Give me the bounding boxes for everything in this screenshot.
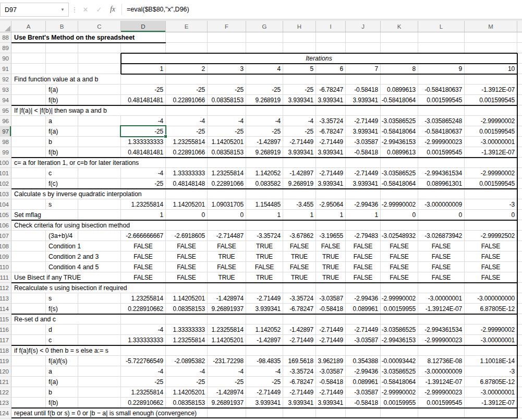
cell-overflow-123[interactable] bbox=[517, 398, 522, 407]
row-header-108[interactable]: 108 bbox=[0, 241, 11, 251]
cell-H98[interactable]: -2.71449 bbox=[283, 137, 316, 147]
cell-overflow-121[interactable] bbox=[517, 377, 522, 387]
row-header-107[interactable]: 107 bbox=[0, 231, 11, 241]
cell-H100[interactable] bbox=[283, 158, 316, 167]
cell-C117[interactable] bbox=[78, 335, 121, 345]
cell-L105[interactable]: 0 bbox=[418, 210, 465, 220]
cell-K88[interactable] bbox=[381, 32, 418, 42]
cell-M116[interactable]: -2.99990002 bbox=[465, 325, 517, 334]
row-header-116[interactable]: 116 bbox=[0, 325, 11, 334]
cell-C91[interactable] bbox=[78, 64, 121, 74]
cell-K89[interactable] bbox=[381, 43, 418, 53]
cell-D114[interactable]: 0.228910662 bbox=[121, 304, 166, 314]
cell-J116[interactable]: -2.71449 bbox=[346, 325, 381, 334]
cell-F97[interactable]: -25 bbox=[208, 126, 246, 136]
cell-A116[interactable] bbox=[11, 325, 46, 334]
cell-K111[interactable]: FALSE bbox=[381, 272, 418, 282]
cell-I97[interactable]: -6.78247 bbox=[316, 126, 346, 136]
cell-D115[interactable] bbox=[121, 314, 166, 324]
cell-I123[interactable]: 3.939341 bbox=[316, 398, 346, 407]
cell-A115[interactable]: Re-set d and c bbox=[11, 314, 121, 324]
cell-I91[interactable]: 6 bbox=[316, 64, 346, 74]
cell-D94[interactable]: 0.481481481 bbox=[121, 95, 166, 105]
cell-M100[interactable] bbox=[465, 158, 517, 167]
cell-K96[interactable]: -3.03586525 bbox=[381, 116, 418, 126]
cell-M123[interactable]: -1.3912E-07 bbox=[465, 398, 517, 407]
cell-K107[interactable]: -3.02548932 bbox=[381, 231, 418, 241]
cell-D108[interactable]: FALSE bbox=[121, 241, 166, 251]
cell-B94[interactable]: f(b) bbox=[46, 95, 78, 105]
cell-E103[interactable] bbox=[166, 189, 208, 199]
cell-G92[interactable] bbox=[246, 74, 283, 84]
cell-I122[interactable]: -2.71449 bbox=[316, 387, 346, 397]
cell-K106[interactable] bbox=[381, 220, 418, 230]
cell-K101[interactable]: -3.03586525 bbox=[381, 168, 418, 178]
cell-L119[interactable]: 8.12736E-08 bbox=[418, 356, 465, 366]
column-header-L[interactable]: L bbox=[418, 21, 465, 32]
cell-F111[interactable]: TRUE bbox=[208, 272, 246, 282]
cell-F102[interactable]: 0.22891066 bbox=[208, 178, 246, 188]
cell-H94[interactable]: 3.939341 bbox=[283, 95, 316, 105]
cell-B110[interactable]: Condition 4 and 5 bbox=[46, 262, 121, 272]
column-header-H[interactable]: H bbox=[283, 21, 316, 32]
cell-M112[interactable] bbox=[465, 283, 517, 293]
cell-E88[interactable] bbox=[166, 32, 208, 42]
cell-D104[interactable]: 1.23255814 bbox=[121, 199, 166, 209]
cell-H102[interactable]: 9.268919 bbox=[283, 178, 316, 188]
cell-J98[interactable]: -3.03587 bbox=[346, 137, 381, 147]
cell-M98[interactable]: -3.00000001 bbox=[465, 137, 517, 147]
cell-C89[interactable] bbox=[78, 43, 121, 53]
cancel-icon[interactable]: ✕ bbox=[79, 6, 92, 14]
cell-J99[interactable]: -0.58418 bbox=[346, 147, 381, 157]
cell-M115[interactable] bbox=[465, 314, 517, 324]
cell-overflow-88[interactable] bbox=[517, 32, 522, 42]
cell-overflow-94[interactable] bbox=[517, 95, 522, 105]
cell-I108[interactable]: FALSE bbox=[316, 241, 346, 251]
cell-C107[interactable] bbox=[78, 231, 121, 241]
cell-B114[interactable]: f(s) bbox=[46, 304, 78, 314]
cell-G99[interactable]: 9.268919 bbox=[246, 147, 283, 157]
row-header-101[interactable]: 101 bbox=[0, 168, 11, 178]
row-header-89[interactable]: 89 bbox=[0, 43, 11, 53]
cell-A108[interactable] bbox=[11, 241, 46, 251]
cell-C120[interactable] bbox=[78, 366, 121, 376]
cell-D93[interactable]: -25 bbox=[121, 85, 166, 94]
cell-K114[interactable]: 0.00159955 bbox=[381, 304, 418, 314]
cell-E104[interactable]: 1.14205201 bbox=[166, 199, 208, 209]
cell-B122[interactable]: b bbox=[46, 387, 78, 397]
cell-K98[interactable]: -2.99436153 bbox=[381, 137, 418, 147]
cell-G109[interactable]: TRUE bbox=[246, 251, 283, 261]
cell-E101[interactable]: 1.33333333 bbox=[166, 168, 208, 178]
cell-B113[interactable]: s bbox=[46, 293, 78, 303]
cell-C122[interactable] bbox=[78, 387, 121, 397]
cell-G116[interactable]: 1.142052 bbox=[246, 325, 283, 334]
cell-G94[interactable]: 9.268919 bbox=[246, 95, 283, 105]
cell-M91[interactable]: 10 bbox=[465, 64, 517, 74]
row-header-103[interactable]: 103 bbox=[0, 189, 11, 199]
cell-K100[interactable] bbox=[381, 158, 418, 167]
cell-J94[interactable]: 3.939341 bbox=[346, 95, 381, 105]
cell-M114[interactable]: 6.87805E-12 bbox=[465, 304, 517, 314]
cell-K112[interactable] bbox=[381, 283, 418, 293]
cell-A106[interactable]: Check criteria for using bisection metho… bbox=[11, 220, 166, 230]
column-header-I[interactable]: I bbox=[316, 21, 346, 32]
cell-J95[interactable] bbox=[346, 105, 381, 115]
cell-overflow-113[interactable] bbox=[517, 293, 522, 303]
cell-B93[interactable]: f(a) bbox=[46, 85, 78, 94]
column-header-B[interactable]: B bbox=[46, 21, 78, 32]
cell-L94[interactable]: 0.001599545 bbox=[418, 95, 465, 105]
cell-I106[interactable] bbox=[316, 220, 346, 230]
cell-H88[interactable] bbox=[283, 32, 316, 42]
cell-C104[interactable] bbox=[78, 199, 121, 209]
cell-K119[interactable]: -0.00093442 bbox=[381, 356, 418, 366]
cell-A102[interactable] bbox=[11, 178, 46, 188]
cell-C93[interactable] bbox=[78, 85, 121, 94]
cell-M111[interactable]: FALSE bbox=[465, 272, 517, 282]
cell-C123[interactable] bbox=[78, 398, 121, 407]
cell-H109[interactable]: TRUE bbox=[283, 251, 316, 261]
row-header-95[interactable]: 95 bbox=[0, 105, 11, 115]
cell-E97[interactable]: -25 bbox=[166, 126, 208, 136]
cell-G117[interactable]: -1.42897 bbox=[246, 335, 283, 345]
row-header-105[interactable]: 105 bbox=[0, 210, 11, 220]
row-header-90[interactable]: 90 bbox=[0, 53, 11, 63]
